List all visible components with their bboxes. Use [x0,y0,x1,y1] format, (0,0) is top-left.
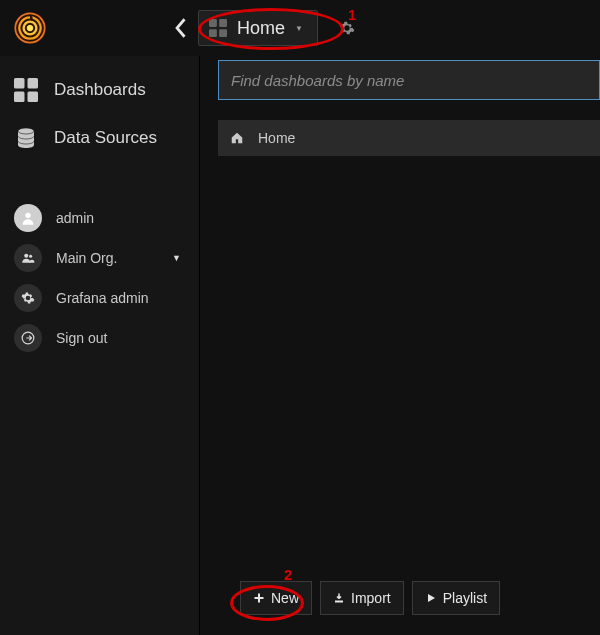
svg-point-12 [24,254,28,258]
grafana-logo-icon [13,11,47,45]
play-icon [425,592,437,604]
svg-rect-2 [219,19,227,27]
settings-button[interactable] [338,19,356,37]
import-button[interactable]: Import [320,581,404,615]
signout-icon [21,331,35,345]
sidebar-item-label: admin [56,210,94,226]
back-button[interactable] [170,16,194,40]
sidebar-item-signout[interactable]: Sign out [0,318,199,358]
breadcrumb-label: Home [258,130,295,146]
svg-rect-7 [14,92,25,103]
header-title: Home [237,18,285,39]
svg-rect-1 [209,19,217,27]
chevron-left-icon [175,18,189,38]
primary-nav: Dashboards Data Sources [0,60,199,184]
svg-point-11 [25,213,30,218]
search-bar[interactable] [218,60,600,100]
sidebar-item-org[interactable]: Main Org. ▼ [0,238,199,278]
top-bar: Home ▼ [0,0,600,56]
logo[interactable] [0,11,60,45]
caret-down-icon: ▼ [172,253,199,263]
button-label: New [271,590,299,606]
gear-icon [339,20,355,36]
plus-icon [253,592,265,604]
user-icon [20,210,36,226]
gear-icon [21,291,35,305]
sidebar-item-admin-user[interactable]: admin [0,198,199,238]
svg-rect-15 [335,601,343,603]
search-input[interactable] [231,72,587,89]
sidebar-item-label: Dashboards [54,80,146,100]
breadcrumb[interactable]: Home [218,120,600,156]
tiles-icon [14,78,38,102]
svg-rect-5 [14,78,25,89]
caret-down-icon: ▼ [295,24,303,33]
sidebar-item-grafana-admin[interactable]: Grafana admin [0,278,199,318]
new-button[interactable]: New [240,581,312,615]
button-label: Import [351,590,391,606]
sidebar-item-label: Main Org. [56,250,117,266]
main-area: Home [218,60,600,553]
sidebar-item-label: Data Sources [54,128,157,148]
svg-rect-6 [28,78,39,89]
secondary-nav: admin Main Org. ▼ Grafana admin [0,184,199,358]
sidebar-item-label: Sign out [56,330,107,346]
dashboard-selector[interactable]: Home ▼ [198,10,318,46]
svg-point-13 [29,255,32,258]
sidebar-item-label: Grafana admin [56,290,149,306]
playlist-button[interactable]: Playlist [412,581,500,615]
sidebar-item-datasources[interactable]: Data Sources [0,114,199,162]
button-bar: New Import Playlist [240,581,500,615]
home-icon [230,131,244,145]
svg-rect-3 [209,29,217,37]
sidebar-item-dashboards[interactable]: Dashboards [0,66,199,114]
download-icon [333,592,345,604]
tiles-icon [209,19,227,37]
svg-rect-8 [28,92,39,103]
users-icon [21,251,35,265]
database-icon [14,126,38,150]
sidebar: Dashboards Data Sources admin [0,56,200,635]
svg-rect-4 [219,29,227,37]
button-label: Playlist [443,590,487,606]
